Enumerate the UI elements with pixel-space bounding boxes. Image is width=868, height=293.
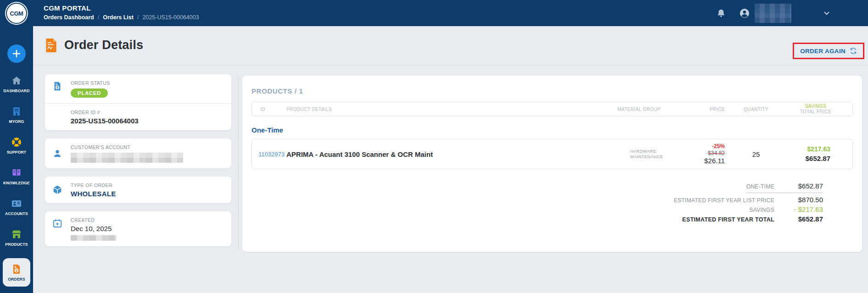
svg-text:$: $ [16,268,18,272]
sidebar-item-knowledge[interactable]: KNOWLEDGE [3,166,30,186]
customer-account-label: CUSTOMER'S ACCOUNT [71,144,223,150]
list-price-strikethrough: $34.82 [678,150,725,157]
redacted-username [755,4,791,23]
summary-label: ESTIMATED FIRST YEAR LIST PRICE [674,197,774,204]
sidebar-item-orders[interactable]: $ ORDERS [3,258,30,287]
document-icon [45,39,57,52]
order-summary: ONE-TIME $652.87 ESTIMATED FIRST YEAR LI… [242,181,862,224]
order-info-column: $ ORDER STATUS PLACED ORDER ID # 2025-US… [45,74,231,246]
products-heading: PRODUCTS / 1 [242,76,862,102]
summary-label: SAVINGS [749,207,774,213]
order-again-button[interactable]: ORDER AGAIN [793,43,864,59]
type-of-order-value: WHOLESALE [71,190,223,198]
created-field: CREATED Dec 10, 2025 [45,211,231,246]
breadcrumb-orders-dashboard[interactable]: Orders Dashboard [44,14,94,21]
product-material-group: HARDWARE MAINTENANCE [600,149,678,160]
breadcrumb-separator: / [137,14,139,21]
sidebar-item-support[interactable]: SUPPORT [3,135,30,155]
product-savings-cell: $217.63 $652.87 [779,145,852,164]
column-header-quantity: QUANTITY [733,107,779,112]
column-header-price: PRICE [678,107,733,112]
type-of-order-field: TYPE OF ORDER WHOLESALE [45,177,231,203]
sidebar-item-products[interactable]: PRODUCTS [3,227,30,248]
summary-value: $652.87 [774,215,823,223]
bell-icon[interactable] [716,8,726,18]
column-header-savings-total: SAVINGS TOTAL PRICE [779,104,852,115]
sidebar-item-label: ORDERS [8,277,25,282]
svg-text:$: $ [56,85,58,89]
product-quantity: 25 [733,150,779,158]
column-header-id: ID [252,107,286,112]
created-label: CREATED [71,217,223,223]
sidebar-item-myorg[interactable]: MYORG [3,105,30,125]
order-id-field: ORDER ID # 2025-US15-00064003 [45,104,231,130]
column-header-savings: SAVINGS [779,104,852,110]
summary-row-one-time: ONE-TIME $652.87 [746,181,823,193]
summary-row-total: ESTIMATED FIRST YEAR TOTAL $652.87 [682,214,823,224]
building-icon [11,106,22,117]
sidebar-item-label: SUPPORT [7,150,27,155]
home-icon [11,75,22,86]
summary-label: ESTIMATED FIRST YEAR TOTAL [682,216,774,223]
breadcrumb-orders-list[interactable]: Orders List [103,14,134,21]
main-content: Order Details ORDER AGAIN $ [33,26,868,293]
sidebar: CGM DASHBOARD [0,0,33,293]
sidebar-item-label: KNOWLEDGE [3,181,30,185]
chevron-down-icon[interactable] [823,9,831,17]
products-panel: PRODUCTS / 1 ID PRODUCT DETAILS MATERIAL… [242,76,862,252]
lifebuoy-icon [11,137,22,148]
created-date: Dec 10, 2025 [71,225,223,232]
order-status-field: ORDER STATUS PLACED [45,74,231,103]
summary-row-savings: SAVINGS - $217.63 [749,205,823,214]
product-total-price: $652.87 [779,154,830,163]
breadcrumb-separator: / [98,14,99,21]
summary-label: ONE-TIME [746,183,774,190]
summary-value: - $217.63 [774,205,823,213]
order-id-label: ORDER ID # [71,110,223,115]
storefront-icon [11,229,22,240]
user-avatar-icon[interactable] [739,8,750,19]
column-header-product-details: PRODUCT DETAILS [286,107,600,112]
table-row: 11032973 APRIMA - Acuant 3100 Scanner & … [252,139,853,169]
sidebar-item-label: MYORG [9,119,24,124]
products-table-header: ID PRODUCT DETAILS MATERIAL GROUP PRICE … [252,102,853,116]
product-name: APRIMA - Acuant 3100 Scanner & OCR Maint [286,150,600,158]
brand-block: CGM PORTAL Orders Dashboard / Orders Lis… [44,4,199,21]
person-icon [52,149,62,159]
vertical-divider [238,76,239,250]
app-root: CGM PORTAL Orders Dashboard / Orders Lis… [0,0,868,293]
create-new-button[interactable] [7,44,26,63]
sidebar-item-dashboard[interactable]: DASHBOARD [3,74,30,94]
calendar-plus-icon [52,218,62,228]
order-status-card: $ ORDER STATUS PLACED ORDER ID # 2025-US… [45,74,231,130]
product-savings: $217.63 [779,145,830,154]
column-header-material-group: MATERIAL GROUP [600,107,678,112]
type-of-order-label: TYPE OF ORDER [71,182,223,188]
column-header-total-price: TOTAL PRICE [779,109,852,115]
order-status-label: ORDER STATUS [71,80,223,86]
sidebar-item-label: ACCOUNTS [5,211,28,216]
cube-icon [52,185,62,195]
created-card: CREATED Dec 10, 2025 [45,211,231,246]
status-badge: PLACED [71,88,108,98]
customer-account-field: CUSTOMER'S ACCOUNT [45,138,231,168]
cgm-logo-text: CGM [10,10,23,17]
page-title: Order Details [64,38,143,52]
type-of-order-card: TYPE OF ORDER WHOLESALE [45,177,231,203]
invoice-dollar-icon: $ [11,264,22,275]
material-group-line1: HARDWARE [630,149,678,154]
redacted-created-by [71,235,117,241]
order-again-label: ORDER AGAIN [800,48,846,55]
id-card-icon [11,198,22,209]
cgm-logo: CGM [7,4,26,23]
breadcrumb-current-order: 2025-US15-00064003 [142,14,199,21]
sidebar-item-label: DASHBOARD [3,88,29,93]
product-id-link[interactable]: 11032973 [252,151,286,158]
discount-percent: -25% [678,143,725,150]
breadcrumb: Orders Dashboard / Orders List / 2025-US… [44,14,199,21]
one-time-section-title: One-Time [252,126,853,134]
sidebar-item-accounts[interactable]: ACCOUNTS [3,197,30,217]
top-bar: CGM PORTAL Orders Dashboard / Orders Lis… [0,0,868,26]
unit-price: $26.11 [678,157,725,166]
refresh-icon [850,47,857,55]
